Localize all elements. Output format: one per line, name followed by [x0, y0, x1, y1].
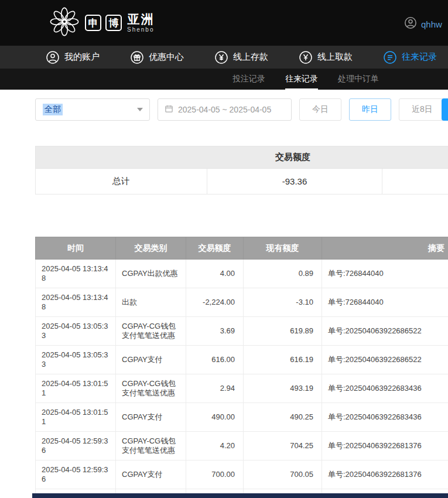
nav-item-my-account[interactable]: 我的账户 — [46, 50, 100, 64]
last-8-days-button[interactable]: 近8日 — [399, 98, 446, 121]
transaction-row: 2025-04-05 13:01:51CGPAY-CG钱包支付笔笔送优惠2.94… — [36, 374, 448, 403]
transaction-cell: 493.19 — [244, 374, 322, 403]
summary-table: 交易额度 总计 -93.36 — [35, 146, 448, 195]
transaction-cell: 616.19 — [244, 346, 322, 374]
transaction-row: 2025-04-05 13:01:51CGPAY支付490.00490.25单号… — [36, 403, 448, 432]
logo-char-box-1: 申 — [85, 15, 101, 31]
type-select[interactable]: 全部 — [35, 98, 150, 121]
transaction-cell: 2025-04-05 13:05:33 — [36, 317, 116, 346]
user-avatar-icon — [404, 16, 417, 32]
chevron-down-icon — [137, 108, 143, 111]
type-select-value: 全部 — [43, 104, 63, 115]
today-button[interactable]: 今日 — [299, 98, 341, 121]
nav-item-label: 我的账户 — [64, 52, 100, 63]
nav-item-label: 线上取款 — [317, 52, 353, 63]
content-area: 全部 2025-04-05 ~ 2025-04-05 今日 昨日 近8日 交易额… — [35, 98, 448, 498]
filter-bar: 全部 2025-04-05 ~ 2025-04-05 今日 昨日 近8日 — [35, 98, 448, 121]
transaction-cell: CGPAY支付 — [116, 461, 186, 489]
transaction-cell: 2025-04-05 12:59:36 — [36, 461, 116, 489]
transaction-cell: 700.00 — [186, 461, 244, 489]
transaction-cell: 2.94 — [186, 374, 244, 403]
tab-label: 投注记录 — [232, 74, 265, 84]
transaction-row: 2025-04-05 12:59:36CGPAY支付700.00700.05单号… — [36, 461, 448, 489]
records-subnav: 投注记录 往来记录 处理中订单 — [0, 69, 448, 90]
transaction-cell: 2025-04-05 13:13:48 — [36, 260, 116, 288]
transaction-cell: 单号:202504063922683436 — [322, 403, 448, 432]
transaction-cell: 490.00 — [186, 403, 244, 432]
transaction-cell: CGPAY支付 — [116, 346, 186, 374]
transaction-cell: 出款 — [116, 288, 186, 317]
tab-label: 处理中订单 — [338, 74, 379, 84]
transaction-row: 2025-04-05 12:59:36CGPAY-CG钱包支付笔笔送优惠4.20… — [36, 432, 448, 461]
nav-item-label: 往来记录 — [402, 52, 437, 63]
transaction-cell: 单号:202504063922686522 — [322, 346, 448, 374]
tab-processing-orders[interactable]: 处理中订单 — [338, 69, 379, 90]
transaction-cell: 2025-04-05 13:05:33 — [36, 346, 116, 374]
yesterday-button[interactable]: 昨日 — [349, 98, 391, 121]
deposit-coin-icon — [214, 50, 228, 64]
nav-item-withdraw[interactable]: 线上取款 — [299, 50, 353, 64]
footer-bar — [32, 493, 448, 498]
transaction-cell: -3.10 — [244, 288, 322, 317]
search-button[interactable] — [442, 98, 448, 121]
account-menu[interactable]: qhhw — [404, 16, 442, 32]
top-header: 申 博 亚洲 Shenbo qhhw — [0, 0, 448, 46]
transaction-cell: 704.25 — [244, 432, 322, 461]
transaction-cell: 616.00 — [186, 346, 244, 374]
gift-icon — [130, 50, 144, 64]
tab-betting-records[interactable]: 投注记录 — [232, 69, 265, 90]
transaction-cell: CGPAY出款优惠 — [116, 260, 186, 288]
nav-item-promotions[interactable]: 优惠中心 — [130, 50, 184, 64]
transaction-cell: 单号:202504063922683436 — [322, 374, 448, 403]
summary-total-value: -93.36 — [207, 169, 382, 195]
summary-header-row: 交易额度 — [36, 146, 448, 169]
tab-transaction-records[interactable]: 往来记录 — [285, 69, 318, 90]
main-navigation: 我的账户 优惠中心 线上存款 线上取款 往来记录 — [0, 46, 448, 69]
logo-text-wrap: 亚洲 Shenbo — [127, 13, 154, 33]
lotus-flower-icon — [48, 5, 81, 40]
transaction-cell: 3.69 — [186, 317, 244, 346]
col-header-amount: 交易额度 — [186, 237, 244, 260]
nav-item-transaction-records[interactable]: 往来记录 — [383, 50, 437, 64]
tab-label: 往来记录 — [285, 74, 318, 84]
transaction-cell: 0.89 — [244, 260, 322, 288]
col-header-balance: 现有额度 — [244, 237, 322, 260]
nav-item-label: 优惠中心 — [149, 52, 184, 63]
col-header-summary: 摘要 — [322, 237, 448, 260]
calendar-icon — [165, 104, 173, 115]
date-range-input[interactable]: 2025-04-05 ~ 2025-04-05 — [158, 98, 292, 121]
transaction-cell: CGPAY-CG钱包支付笔笔送优惠 — [116, 432, 186, 461]
transaction-cell: 单号:202504063922681376 — [322, 432, 448, 461]
username-text: qhhw — [421, 19, 442, 29]
transaction-row: 2025-04-05 13:05:33CGPAY-CG钱包支付笔笔送优惠3.69… — [36, 317, 448, 346]
transaction-cell: 4.20 — [186, 432, 244, 461]
logo-subtext: Shenbo — [127, 26, 154, 33]
summary-total-row: 总计 -93.36 — [36, 169, 448, 195]
transaction-records-page: 申 博 亚洲 Shenbo qhhw — [0, 0, 448, 498]
transactions-table: 时间 交易类别 交易额度 现有额度 摘要 2025-04-05 13:13:48… — [35, 237, 448, 498]
col-header-time: 时间 — [36, 237, 116, 260]
nav-item-label: 线上存款 — [233, 52, 268, 63]
transaction-cell: 700.05 — [244, 461, 322, 489]
summary-empty-cell — [382, 169, 448, 195]
transaction-cell: 单号:726844040 — [322, 288, 448, 317]
transaction-row: 2025-04-05 13:13:48CGPAY出款优惠4.000.89单号:7… — [36, 260, 448, 288]
nav-item-deposit[interactable]: 线上存款 — [214, 50, 268, 64]
transactions-body: 2025-04-05 13:13:48CGPAY出款优惠4.000.89单号:7… — [36, 260, 448, 498]
summary-header: 交易额度 — [36, 146, 448, 169]
transactions-header-row: 时间 交易类别 交易额度 现有额度 摘要 — [36, 237, 448, 260]
logo-text: 亚洲 — [127, 13, 154, 26]
withdraw-coin-icon — [299, 50, 313, 64]
transaction-cell: 490.25 — [244, 403, 322, 432]
transaction-cell: 2025-04-05 13:13:48 — [36, 288, 116, 317]
summary-total-label: 总计 — [36, 169, 207, 195]
transaction-cell: 2025-04-05 12:59:36 — [36, 432, 116, 461]
transaction-cell: CGPAY支付 — [116, 403, 186, 432]
account-icon — [46, 50, 60, 64]
transaction-row: 2025-04-05 13:13:48出款-2,224.00-3.10单号:72… — [36, 288, 448, 317]
brand-logo[interactable]: 申 博 亚洲 Shenbo — [48, 5, 154, 40]
col-header-type: 交易类别 — [116, 237, 186, 260]
transaction-cell: 2025-04-05 13:01:51 — [36, 374, 116, 403]
logo-char-box-2: 博 — [105, 15, 122, 31]
transaction-cell: CGPAY-CG钱包支付笔笔送优惠 — [116, 317, 186, 346]
